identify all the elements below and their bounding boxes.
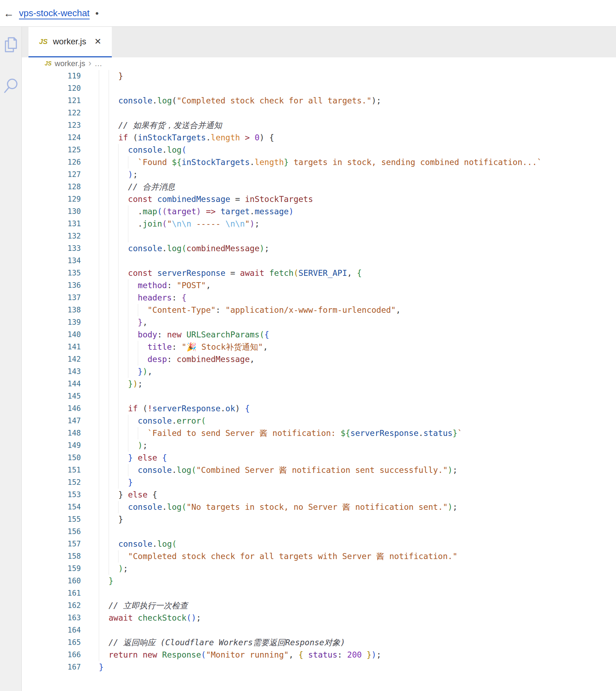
code-row: 159 ); [22, 563, 616, 575]
code-line[interactable]: "Completed stock check for all targets w… [81, 550, 616, 563]
code-line[interactable]: const serverResponse = await fetch(SERVE… [81, 267, 616, 279]
code-row: 163 await checkStock(); [22, 612, 616, 624]
code-line[interactable]: console.log( [81, 538, 616, 550]
breadcrumb: JS worker.js › … [22, 57, 616, 70]
code-line[interactable]: // 立即执行一次检查 [81, 600, 616, 612]
indent-guide [109, 82, 109, 95]
code-row: 149 ); [22, 439, 616, 452]
code-line[interactable]: body: new URLSearchParams({ [81, 329, 616, 341]
code-line[interactable]: ); [81, 563, 616, 575]
code-line[interactable]: if (inStockTargets.length > 0) { [81, 132, 616, 144]
code-row: 144 }); [22, 378, 616, 390]
code-line[interactable]: } [81, 513, 616, 526]
line-number: 132 [22, 230, 81, 242]
code-line[interactable] [81, 526, 616, 538]
code-line[interactable] [81, 107, 616, 119]
breadcrumb-ellipsis[interactable]: … [95, 59, 102, 68]
code-line[interactable]: // 合并消息 [81, 181, 616, 193]
code-line[interactable]: await checkStock(); [81, 612, 616, 624]
line-number: 123 [22, 119, 81, 132]
code-line[interactable]: console.log("Completed stock check for a… [81, 95, 616, 107]
code-line[interactable] [81, 230, 616, 242]
code-line[interactable]: console.log("No targets in stock, no Ser… [81, 501, 616, 513]
code-row: 145 [22, 390, 616, 402]
code-line[interactable] [81, 255, 616, 267]
line-number: 137 [22, 292, 81, 304]
code-row: 138 "Content-Type": "application/x-www-f… [22, 304, 616, 316]
code-row: 165 // 返回响应 (Cloudflare Workers需要返回Respo… [22, 636, 616, 649]
line-number: 164 [22, 624, 81, 636]
code-line[interactable]: } [81, 70, 616, 82]
code-line[interactable]: ); [81, 439, 616, 452]
code-row: 140 body: new URLSearchParams({ [22, 329, 616, 341]
code-line[interactable]: }), [81, 366, 616, 378]
files-icon[interactable] [2, 35, 19, 56]
code-row: 147 console.error( [22, 415, 616, 427]
code-line[interactable]: "Content-Type": "application/x-www-form-… [81, 304, 616, 316]
tab-worker-js[interactable]: JS worker.js ✕ [28, 27, 112, 57]
code-line[interactable]: } [81, 476, 616, 489]
code-line[interactable]: } [81, 575, 616, 587]
line-number: 126 [22, 156, 81, 169]
code-line[interactable]: const combinedMessage = inStockTargets [81, 193, 616, 205]
code-line[interactable]: desp: combinedMessage, [81, 353, 616, 366]
search-icon[interactable] [2, 77, 19, 96]
code-line[interactable]: `Found ${inStockTargets.length} targets … [81, 156, 616, 169]
repo-link[interactable]: vps-stock-wechat [19, 8, 90, 19]
header: ← vps-stock-wechat ● [0, 0, 616, 27]
line-number: 163 [22, 612, 81, 624]
code-line[interactable]: headers: { [81, 292, 616, 304]
line-number: 151 [22, 464, 81, 476]
code-row: 132 [22, 230, 616, 242]
line-number: 150 [22, 452, 81, 464]
code-line[interactable]: } [81, 661, 616, 673]
line-number: 146 [22, 402, 81, 415]
code-line[interactable]: }, [81, 316, 616, 329]
back-arrow-icon[interactable]: ← [4, 8, 14, 19]
indent-guide [99, 624, 99, 636]
line-number: 124 [22, 132, 81, 144]
code-line[interactable]: // 返回响应 (Cloudflare Workers需要返回Response对… [81, 636, 616, 649]
code-line[interactable]: console.log(combinedMessage); [81, 242, 616, 255]
indent-guide [109, 107, 109, 119]
code-line[interactable]: method: "POST", [81, 279, 616, 292]
close-icon[interactable]: ✕ [94, 37, 101, 46]
code-line[interactable]: `Failed to send Server 酱 notification: $… [81, 427, 616, 439]
code-row: 126 `Found ${inStockTargets.length} targ… [22, 156, 616, 169]
indent-guide [99, 82, 99, 95]
code-row: 134 [22, 255, 616, 267]
code-line[interactable]: console.error( [81, 415, 616, 427]
code-line[interactable] [81, 82, 616, 95]
code-line[interactable]: if (!serverResponse.ok) { [81, 402, 616, 415]
code-line[interactable]: return new Response("Monitor running", {… [81, 649, 616, 661]
code-line[interactable]: .join("\n\n ----- \n\n"); [81, 218, 616, 230]
line-number: 143 [22, 366, 81, 378]
code-line[interactable] [81, 587, 616, 600]
indent-guide [99, 587, 99, 600]
code-line[interactable]: .map((target) => target.message) [81, 205, 616, 218]
code-row: 152 } [22, 476, 616, 489]
activity-bar [0, 27, 22, 691]
line-number: 130 [22, 205, 81, 218]
code-line[interactable] [81, 390, 616, 402]
code-line[interactable]: title: "🎉 Stock补货通知", [81, 341, 616, 353]
line-number: 167 [22, 661, 81, 673]
code-line[interactable]: ); [81, 169, 616, 181]
code-line[interactable]: // 如果有货，发送合并通知 [81, 119, 616, 132]
code-row: 129 const combinedMessage = inStockTarge… [22, 193, 616, 205]
code-line[interactable]: } else { [81, 489, 616, 501]
code-line[interactable]: }); [81, 378, 616, 390]
indent-guide [128, 230, 128, 242]
code-line[interactable]: console.log("Combined Server 酱 notificat… [81, 464, 616, 476]
line-number: 127 [22, 169, 81, 181]
code-line[interactable]: } else { [81, 452, 616, 464]
tab-bar: JS worker.js ✕ [22, 27, 616, 57]
line-number: 153 [22, 489, 81, 501]
code-row: 146 if (!serverResponse.ok) { [22, 402, 616, 415]
code-line[interactable] [81, 624, 616, 636]
code-line[interactable]: console.log( [81, 144, 616, 156]
code-area[interactable]: 119 }120121 console.log("Completed stock… [22, 70, 616, 691]
indent-guide [109, 255, 109, 267]
line-number: 158 [22, 550, 81, 563]
breadcrumb-file[interactable]: worker.js [55, 59, 85, 68]
